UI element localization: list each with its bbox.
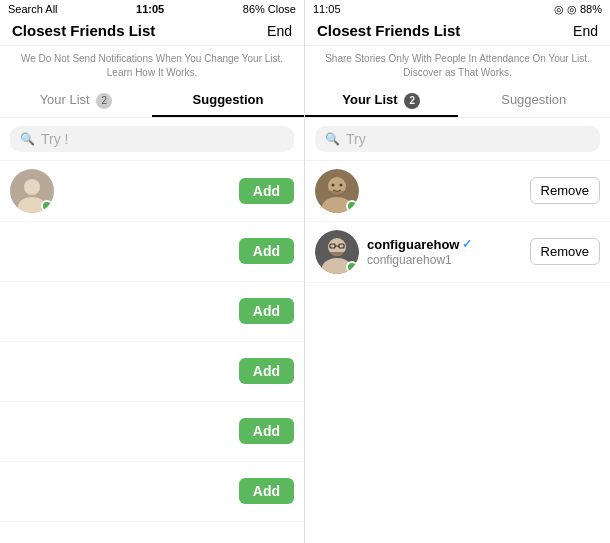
left-header-action[interactable]: End — [267, 23, 292, 39]
online-indicator — [346, 200, 358, 212]
verified-icon: ✓ — [462, 237, 472, 251]
online-indicator — [41, 200, 53, 212]
right-header: Closest Friends List End — [305, 18, 610, 46]
online-indicator — [346, 261, 358, 273]
left-info-text: We Do Not Send Notifications When You Ch… — [0, 46, 304, 84]
add-button[interactable]: Add — [239, 358, 294, 384]
left-time: 11:05 — [136, 3, 164, 15]
left-battery: 86% Close — [243, 3, 296, 15]
remove-button[interactable]: Remove — [530, 238, 600, 265]
add-button[interactable]: Add — [239, 238, 294, 264]
list-item: Add — [0, 282, 304, 342]
left-tab-suggestion[interactable]: Suggestion — [152, 84, 304, 117]
list-item: Add — [0, 222, 304, 282]
list-item: Add — [0, 462, 304, 522]
right-tab-badge: 2 — [404, 93, 420, 109]
right-list: Remove configuarehow — [305, 161, 610, 544]
list-item: Add — [0, 342, 304, 402]
right-header-title: Closest Friends List — [317, 22, 460, 39]
add-button[interactable]: Add — [239, 478, 294, 504]
add-button[interactable]: Add — [239, 178, 294, 204]
left-header-title: Closest Friends List — [12, 22, 155, 39]
svg-point-7 — [340, 183, 343, 186]
right-header-action[interactable]: End — [573, 23, 598, 39]
full-name: configuarehow1 — [367, 253, 522, 267]
list-item: Remove — [305, 161, 610, 222]
left-tab-your-list[interactable]: Your List 2 — [0, 84, 152, 117]
left-tab-badge: 2 — [96, 93, 112, 109]
right-tabs: Your List 2 Suggestion — [305, 84, 610, 118]
left-search-placeholder: Try ! — [41, 131, 68, 147]
right-panel: 11:05 ◎ ◎ 88% Closest Friends List End S… — [305, 0, 610, 543]
right-search-box[interactable]: 🔍 Try — [315, 126, 600, 152]
user-info: configuarehow ✓ configuarehow1 — [367, 237, 522, 267]
left-signal: Search All — [8, 3, 58, 15]
svg-point-6 — [332, 183, 335, 186]
avatar — [10, 169, 54, 213]
avatar — [315, 169, 359, 213]
left-panel: Search All 11:05 86% Close Closest Frien… — [0, 0, 305, 543]
remove-button[interactable]: Remove — [530, 177, 600, 204]
left-search-icon: 🔍 — [20, 132, 35, 146]
avatar — [315, 230, 359, 274]
right-time: 11:05 — [313, 3, 341, 15]
left-search-container: 🔍 Try ! — [0, 118, 304, 161]
list-item: Add — [0, 402, 304, 462]
right-search-placeholder: Try — [346, 131, 366, 147]
list-item: Add — [0, 161, 304, 222]
left-tabs: Your List 2 Suggestion — [0, 84, 304, 118]
right-status-bar: 11:05 ◎ ◎ 88% — [305, 0, 610, 18]
left-status-bar: Search All 11:05 86% Close — [0, 0, 304, 18]
username: configuarehow ✓ — [367, 237, 522, 252]
right-tab-suggestion[interactable]: Suggestion — [458, 84, 611, 117]
right-search-container: 🔍 Try — [305, 118, 610, 161]
list-item: configuarehow ✓ configuarehow1 Remove — [305, 222, 610, 283]
add-button[interactable]: Add — [239, 418, 294, 444]
right-tab-your-list[interactable]: Your List 2 — [305, 84, 458, 117]
left-list: Add Add Add Add Add Add — [0, 161, 304, 544]
right-info-text: Share Stories Only With People In Attend… — [305, 46, 610, 84]
left-header: Closest Friends List End — [0, 18, 304, 46]
left-search-box[interactable]: 🔍 Try ! — [10, 126, 294, 152]
svg-point-1 — [24, 179, 40, 195]
right-search-icon: 🔍 — [325, 132, 340, 146]
right-icons: ◎ ◎ 88% — [554, 3, 602, 16]
add-button[interactable]: Add — [239, 298, 294, 324]
